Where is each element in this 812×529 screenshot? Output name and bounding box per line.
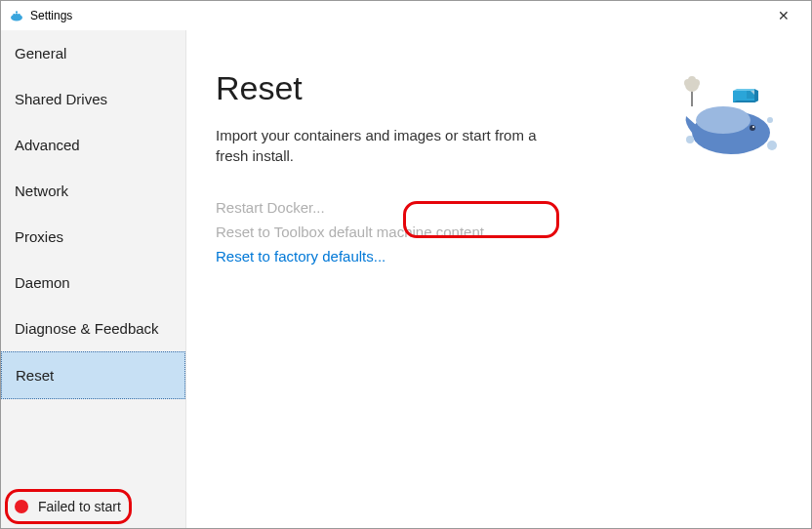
sidebar-item-reset[interactable]: Reset: [1, 351, 185, 399]
restart-docker-link[interactable]: Restart Docker...: [216, 199, 782, 216]
svg-rect-2: [16, 14, 18, 16]
docker-whale-icon: [9, 8, 24, 23]
svg-point-21: [767, 141, 777, 150]
svg-marker-11: [754, 89, 758, 102]
svg-marker-12: [733, 101, 758, 102]
sidebar-item-proxies[interactable]: Proxies: [1, 214, 185, 260]
sidebar-item-general[interactable]: General: [1, 30, 185, 76]
svg-point-20: [767, 117, 773, 123]
sidebar-item-diagnose-feedback[interactable]: Diagnose & Feedback: [1, 305, 185, 351]
close-button[interactable]: ✕: [764, 8, 803, 23]
content-pane: Reset Import your containers and images …: [186, 30, 811, 528]
svg-rect-4: [16, 12, 18, 14]
titlebar: Settings ✕: [1, 1, 811, 30]
svg-rect-1: [14, 14, 16, 16]
sidebar-item-advanced[interactable]: Advanced: [1, 122, 185, 168]
svg-point-18: [688, 76, 696, 84]
sidebar-item-label: Network: [15, 183, 68, 199]
page-subtitle: Import your containers and images or sta…: [216, 125, 548, 166]
sidebar-item-label: Diagnose & Feedback: [15, 320, 159, 337]
whale-illustration-icon: [674, 69, 782, 167]
window-title: Settings: [30, 9, 72, 22]
sidebar-item-label: Shared Drives: [15, 91, 107, 107]
sidebar-item-network[interactable]: Network: [1, 168, 185, 214]
svg-point-19: [686, 136, 694, 143]
svg-rect-3: [19, 14, 20, 16]
status-bar: Failed to start: [1, 489, 185, 528]
svg-marker-13: [747, 91, 754, 99]
status-text: Failed to start: [38, 499, 121, 514]
sidebar-item-label: Advanced: [15, 137, 80, 153]
sidebar-item-daemon[interactable]: Daemon: [1, 260, 185, 305]
sidebar: General Shared Drives Advanced Network P…: [1, 30, 186, 528]
sidebar-item-label: Reset: [16, 367, 54, 384]
svg-point-8: [752, 126, 754, 128]
sidebar-item-shared-drives[interactable]: Shared Drives: [1, 76, 185, 122]
reset-factory-defaults-link[interactable]: Reset to factory defaults...: [216, 248, 782, 264]
svg-point-6: [696, 106, 751, 134]
svg-point-7: [750, 125, 755, 131]
status-dot-icon: [15, 500, 28, 513]
sidebar-item-label: Proxies: [15, 228, 63, 245]
sidebar-item-label: General: [15, 45, 66, 61]
sidebar-item-label: Daemon: [15, 274, 70, 291]
reset-toolbox-link[interactable]: Reset to Toolbox default machine content…: [216, 224, 782, 240]
